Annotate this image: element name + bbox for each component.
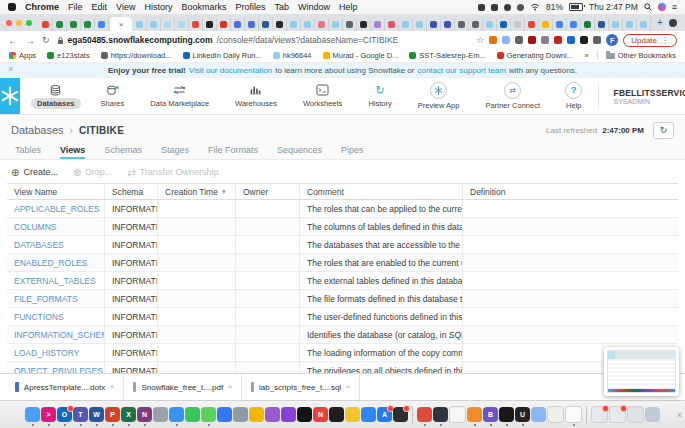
browser-tab[interactable]: [483, 18, 497, 31]
bookmark-star-icon[interactable]: ☆: [476, 35, 484, 45]
browser-tab[interactable]: [67, 18, 81, 31]
dock-terminal-dark[interactable]: [433, 407, 448, 422]
profile-avatar[interactable]: F: [606, 34, 618, 46]
table-row[interactable]: OBJECT_PRIVILEGESINFORMATI...The privile…: [7, 362, 678, 373]
status-icon-2[interactable]: [491, 4, 498, 11]
menu-item-window[interactable]: Window: [298, 2, 330, 12]
browser-tab[interactable]: [595, 18, 609, 31]
dock-messages[interactable]: [201, 407, 216, 422]
dock-textedit[interactable]: [547, 406, 564, 423]
browser-tab[interactable]: [175, 18, 189, 31]
extension-icon-5[interactable]: [541, 36, 549, 44]
extension-icon-7[interactable]: [567, 36, 575, 44]
browser-tab[interactable]: [567, 18, 581, 31]
browser-tab[interactable]: [287, 18, 301, 31]
update-button[interactable]: Update⋮: [623, 34, 677, 47]
nav-item-warehouses[interactable]: Warehouses: [222, 81, 290, 111]
dock-intellij[interactable]: U: [515, 407, 530, 422]
drop-button[interactable]: ⊗Drop...: [73, 167, 112, 178]
battery-icon[interactable]: [569, 3, 583, 11]
tab-views[interactable]: Views: [60, 145, 85, 159]
browser-tab[interactable]: [581, 18, 595, 31]
nav-item-shares[interactable]: Shares: [88, 81, 138, 111]
view-name-link[interactable]: EXTERNAL_TABLES: [7, 272, 105, 289]
bookmark-hk96644[interactable]: hk96644: [273, 51, 312, 60]
new-tab-button[interactable]: +: [657, 17, 663, 28]
browser-tab[interactable]: [511, 18, 525, 31]
tab-file-formats[interactable]: File Formats: [208, 145, 258, 159]
browser-tab[interactable]: [623, 18, 637, 31]
browser-tab[interactable]: [39, 18, 53, 31]
browser-tab[interactable]: [81, 18, 95, 31]
column-header-schema[interactable]: Schema: [105, 184, 158, 199]
browser-tab[interactable]: [245, 18, 259, 31]
documentation-link[interactable]: Visit our documentation: [189, 66, 272, 75]
create-button[interactable]: ⊕Create...: [11, 167, 58, 178]
menu-item-file[interactable]: File: [68, 2, 83, 12]
extension-icon-4[interactable]: [528, 36, 536, 44]
table-row[interactable]: APPLICABLE_ROLESINFORMATI...The roles th…: [7, 200, 678, 218]
bookmark-linkedin-daily-run-[interactable]: LinkedIn Daily Run...: [183, 51, 262, 60]
bookmark-e123stats[interactable]: e123stats: [47, 51, 90, 60]
extension-icon-6[interactable]: [554, 36, 562, 44]
dock-trash[interactable]: [645, 407, 660, 422]
bookmarks-overflow-icon[interactable]: »: [584, 51, 588, 60]
table-row[interactable]: EXTERNAL_TABLESINFORMATI...The external …: [7, 272, 678, 290]
table-row[interactable]: ENABLED_ROLESINFORMATI...The roles that …: [7, 254, 678, 272]
dock-excel[interactable]: X: [121, 407, 136, 422]
table-row[interactable]: FUNCTIONSINFORMATI...The user-defined fu…: [7, 308, 678, 326]
menu-item-view[interactable]: View: [116, 2, 135, 12]
view-name-link[interactable]: ENABLED_ROLES: [7, 254, 105, 271]
dock-news[interactable]: N: [313, 407, 328, 422]
table-row[interactable]: COLUMNSINFORMATI...The columns of tables…: [7, 218, 678, 236]
browser-tab[interactable]: [273, 18, 287, 31]
url-input[interactable]: ega50485.snowflakecomputing.com/console#…: [57, 35, 399, 45]
dock-teams[interactable]: T: [73, 407, 88, 422]
browser-tab[interactable]: [469, 18, 483, 31]
browser-tab[interactable]: [203, 18, 217, 31]
extension-icon-2[interactable]: [502, 36, 510, 44]
dock-chat-app[interactable]: [217, 407, 232, 422]
chevron-up-icon[interactable]: ^: [228, 383, 232, 392]
dock-b-app[interactable]: B: [483, 407, 498, 422]
dock-powerpoint[interactable]: P: [105, 407, 120, 422]
bookmark-https-download-[interactable]: https://download...: [101, 51, 172, 60]
spotlight-icon[interactable]: [644, 3, 652, 11]
browser-tab[interactable]: [539, 18, 553, 31]
browser-tab[interactable]: [161, 18, 175, 31]
browser-tab[interactable]: [553, 18, 567, 31]
active-tab[interactable]: ×: [110, 17, 132, 31]
dock-mail-app[interactable]: [531, 407, 546, 422]
dock-facetime[interactable]: [185, 407, 200, 422]
tab-close-icon[interactable]: ×: [119, 20, 124, 29]
dock-terminal[interactable]: [499, 407, 514, 422]
view-name-link[interactable]: INFORMATION_SCHEMA_CAT...: [7, 326, 105, 343]
browser-tab[interactable]: [455, 18, 469, 31]
chevron-up-icon[interactable]: ^: [110, 383, 114, 392]
reload-button[interactable]: ↻: [42, 35, 50, 45]
banner-close-icon[interactable]: ×: [8, 64, 13, 74]
dock-graphics-app[interactable]: [233, 407, 248, 422]
dock-dark-app[interactable]: [393, 407, 408, 422]
menubar-clock[interactable]: Thu 2:47 PM: [589, 2, 638, 12]
table-row[interactable]: INFORMATION_SCHEMA_CAT...INFORMATI...Ide…: [7, 326, 678, 344]
extension-icon-9[interactable]: [593, 36, 601, 44]
view-name-link[interactable]: DATABASES: [7, 236, 105, 253]
screenshot-thumbnail[interactable]: [604, 347, 679, 396]
transfer-ownership-button[interactable]: ⇄Transfer Ownership: [127, 167, 218, 178]
control-center-icon[interactable]: ≡: [672, 2, 677, 12]
menu-item-help[interactable]: Help: [339, 2, 358, 12]
browser-tab[interactable]: [147, 18, 161, 31]
browser-menu-icon[interactable]: [669, 19, 677, 27]
dock-outlook[interactable]: O: [57, 407, 72, 422]
browser-tab[interactable]: [301, 18, 315, 31]
tab-sequences[interactable]: Sequences: [277, 145, 322, 159]
browser-tab[interactable]: [53, 18, 67, 31]
dock-safari[interactable]: [169, 407, 184, 422]
menu-item-history[interactable]: History: [144, 2, 172, 12]
nav-item-help[interactable]: ?Help: [553, 80, 594, 113]
bookmark-apps[interactable]: Apps: [9, 51, 36, 60]
browser-tab[interactable]: [217, 18, 231, 31]
siri-icon[interactable]: [658, 3, 666, 11]
dock-word[interactable]: W: [89, 407, 104, 422]
